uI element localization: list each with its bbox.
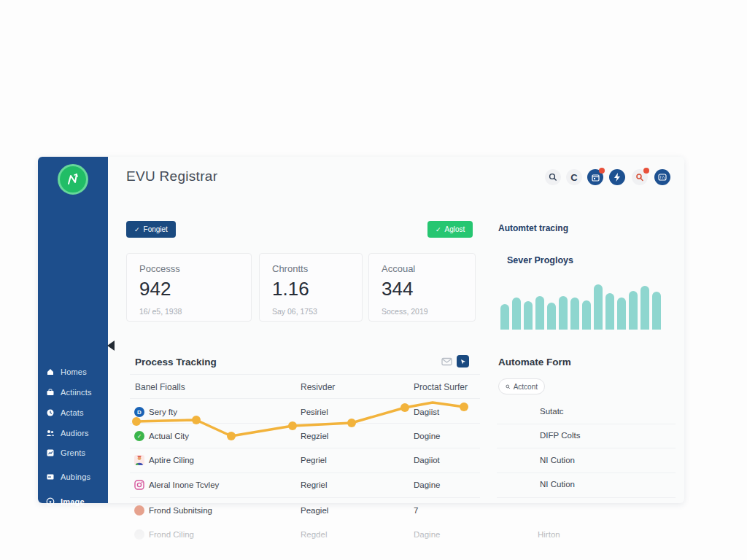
stat-card-accoual: Accoual 344 Socess, 2019: [368, 253, 476, 322]
row-name: Aleral Inone Tcvley: [149, 481, 219, 489]
divider: [130, 448, 480, 448]
row-reader: Regziel: [301, 432, 328, 440]
bar: [535, 296, 544, 330]
card-icon: [45, 472, 55, 481]
app-logo: [58, 164, 88, 195]
stat-value: 942: [139, 278, 239, 300]
sidebar-item-label: Image: [61, 497, 85, 506]
fongiet-button[interactable]: ✓ Fongiet: [126, 221, 176, 238]
divider: [497, 424, 676, 424]
circle-gray-icon: [134, 529, 144, 540]
lightning-icon: [614, 173, 621, 182]
sidebar-item-label: Actiincts: [61, 388, 92, 397]
divider: [497, 472, 676, 473]
search-icon: [549, 173, 557, 182]
row-surfer: Dagine: [414, 481, 440, 489]
bar: [605, 293, 614, 330]
person-icon: [134, 455, 144, 465]
automate-search-input[interactable]: Actcont: [498, 378, 545, 394]
divider: [130, 398, 480, 399]
grid-icon: [658, 173, 667, 182]
sidebar-item-actiincts[interactable]: Actiincts: [45, 387, 92, 397]
row-extra: Hirton: [538, 530, 560, 539]
divider: [497, 497, 676, 498]
mail-tool-button[interactable]: [441, 355, 453, 368]
row-surfer: Dogine: [414, 432, 440, 440]
aglost-button[interactable]: ✓ Aglost: [427, 221, 473, 238]
heart-icon: [45, 497, 55, 506]
bar: [570, 298, 579, 330]
ribbon-icon: [635, 173, 644, 182]
bar: [559, 296, 568, 330]
automate-form-title: Automate Form: [498, 357, 571, 368]
calendar-icon: [592, 174, 600, 182]
bar: [652, 292, 661, 330]
bar: [500, 304, 509, 330]
list-item[interactable]: DIFP Colts: [540, 431, 580, 440]
cursor-icon: [460, 359, 466, 365]
actions-button[interactable]: [609, 169, 625, 185]
divider: [130, 374, 480, 375]
sidebar-item-image[interactable]: Image: [45, 497, 85, 506]
sidebar: Homes Actiincts Actats Audiors Grents Au: [38, 157, 108, 503]
column-header: Banel Fioalls: [135, 382, 185, 392]
divider: [130, 497, 480, 498]
row-surfer: Dagine: [414, 530, 440, 539]
chart-icon: [45, 448, 55, 457]
bar: [617, 298, 626, 330]
row-surfer: 7: [414, 506, 418, 515]
sidebar-item-audiors[interactable]: Audiors: [45, 428, 89, 438]
list-item[interactable]: Sutatc: [540, 407, 564, 416]
stat-caption: Socess, 2019: [382, 307, 462, 316]
app-window: [38, 157, 684, 503]
refresh-button[interactable]: C: [566, 169, 582, 185]
bar: [594, 284, 603, 330]
sidebar-item-label: Actats: [61, 408, 84, 417]
notification-badge: [599, 168, 605, 174]
stat-label: Chrontts: [272, 263, 349, 274]
search-button[interactable]: [545, 169, 561, 185]
sidebar-item-homes[interactable]: Homes: [45, 367, 87, 376]
list-item[interactable]: NI Cution: [540, 456, 575, 464]
bar: [640, 286, 649, 330]
badge-blue-icon: D: [134, 407, 144, 417]
camera-pink-icon: [134, 480, 144, 490]
badge-green-icon: ✓: [134, 431, 144, 441]
aglost-button-label: Aglost: [445, 225, 465, 233]
row-reader: Peagiel: [301, 506, 328, 515]
row-name: Sery fty: [149, 408, 177, 416]
clock-icon: [45, 408, 55, 417]
automtet-tracing-title: Automtet tracing: [498, 223, 568, 233]
users-icon: [45, 428, 55, 438]
bar: [629, 291, 638, 330]
sidebar-item-actats[interactable]: Actats: [45, 408, 84, 417]
list-item[interactable]: NI Cution: [540, 480, 575, 489]
stat-value: 1.16: [272, 278, 349, 300]
cursor-tool-button[interactable]: [457, 355, 469, 368]
divider: [130, 423, 480, 424]
grid-button[interactable]: [654, 169, 670, 185]
calendar-button[interactable]: [587, 169, 603, 185]
sever-progloys-title: Sever Progloys: [507, 255, 573, 265]
fongiet-button-label: Fongiet: [144, 225, 168, 233]
bar: [524, 301, 533, 330]
row-surfer: Dagiist: [414, 408, 439, 416]
stat-card-poccesss: Poccesss 942 16/ e5, 1938: [126, 253, 252, 322]
row-name: Frond Ciling: [149, 530, 194, 539]
sidebar-item-label: Aubings: [61, 472, 90, 481]
notification-badge: [643, 168, 649, 174]
selected-item-pointer-icon: [107, 341, 115, 351]
home-icon: [45, 367, 55, 376]
row-name: Frond Subnitsing: [149, 506, 212, 515]
sidebar-item-aubings[interactable]: Aubings: [45, 472, 90, 481]
divider: [130, 472, 480, 473]
ribbon-button[interactable]: [632, 169, 648, 185]
briefcase-icon: [45, 387, 55, 397]
stat-value: 344: [382, 278, 462, 300]
bar: [582, 300, 591, 330]
row-reader: Regdel: [301, 530, 327, 539]
sidebar-item-label: Audiors: [61, 429, 89, 438]
stat-caption: 16/ e5, 1938: [139, 307, 239, 316]
sidebar-item-grents[interactable]: Grents: [45, 448, 85, 457]
dashboard-screen: Homes Actiincts Actats Audiors Grents Au: [0, 0, 747, 560]
